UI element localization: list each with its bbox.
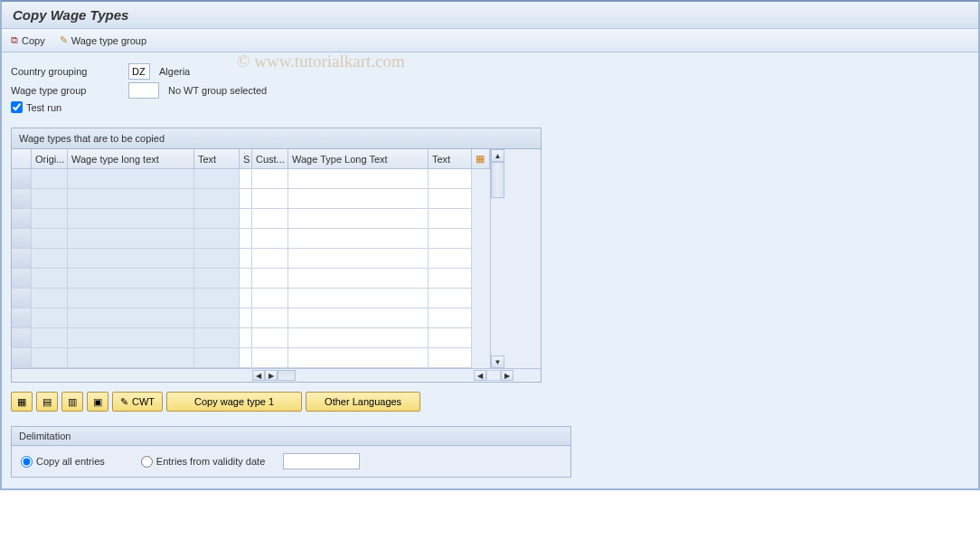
- grid-cell[interactable]: [240, 269, 252, 289]
- grid-column-header[interactable]: Wage Type Long Text: [288, 149, 429, 169]
- country-grouping-input[interactable]: [128, 63, 150, 80]
- scroll-up-icon[interactable]: ▲: [491, 149, 504, 162]
- test-run-checkbox[interactable]: [11, 101, 23, 113]
- scroll-left-icon[interactable]: ◀: [252, 370, 265, 381]
- grid-cell[interactable]: [68, 169, 194, 189]
- scroll-right-icon-2[interactable]: ▶: [501, 370, 514, 381]
- entries-from-date-radio[interactable]: Entries from validity date: [141, 456, 265, 468]
- grid-cell[interactable]: [68, 308, 194, 328]
- grid-row-selector[interactable]: [12, 328, 32, 348]
- grid-cell[interactable]: [240, 328, 252, 348]
- grid-cell[interactable]: [429, 249, 472, 269]
- grid-row-selector[interactable]: [12, 308, 32, 328]
- grid-cell[interactable]: [288, 348, 429, 368]
- grid-column-header[interactable]: Origi...: [32, 149, 68, 169]
- grid-cell[interactable]: [194, 169, 240, 189]
- grid-cell[interactable]: [194, 229, 240, 249]
- grid-cell[interactable]: [288, 289, 429, 308]
- grid-cell[interactable]: [429, 229, 472, 249]
- grid-cell[interactable]: [32, 328, 68, 348]
- copy-wage-type-1-button[interactable]: Copy wage type 1: [166, 392, 302, 412]
- validity-date-input[interactable]: [283, 453, 360, 469]
- grid-cell[interactable]: [68, 249, 194, 269]
- grid-cell[interactable]: [472, 348, 490, 368]
- grid-row-selector[interactable]: [12, 269, 32, 289]
- grid-row-selector[interactable]: [12, 209, 32, 229]
- grid-tool-icon-2[interactable]: ▤: [36, 392, 58, 412]
- grid-cell[interactable]: [194, 348, 240, 368]
- grid-tool-icon-3[interactable]: ▥: [61, 392, 83, 412]
- scroll-down-icon[interactable]: ▼: [491, 355, 504, 368]
- grid-cell[interactable]: [32, 209, 68, 229]
- grid-cell[interactable]: [429, 209, 472, 229]
- grid-cell[interactable]: [32, 249, 68, 269]
- grid-cell[interactable]: [32, 308, 68, 328]
- grid-tool-icon-1[interactable]: ▦: [11, 392, 33, 412]
- grid-cell[interactable]: [68, 328, 194, 348]
- grid-cell[interactable]: [252, 249, 288, 269]
- scroll-right-icon[interactable]: ▶: [265, 370, 278, 381]
- grid-row-selector[interactable]: [12, 229, 32, 249]
- grid-cell[interactable]: [240, 209, 252, 229]
- grid-cell[interactable]: [194, 249, 240, 269]
- grid-cell[interactable]: [32, 289, 68, 308]
- grid-cell[interactable]: [252, 189, 288, 209]
- grid-column-header[interactable]: [12, 149, 32, 169]
- grid-column-header[interactable]: Cust...: [252, 149, 288, 169]
- grid-cell[interactable]: [252, 169, 288, 189]
- grid-cell[interactable]: [194, 189, 240, 209]
- grid-cell[interactable]: [472, 169, 490, 189]
- grid-cell[interactable]: [472, 328, 490, 348]
- grid-cell[interactable]: [429, 308, 472, 328]
- grid-cell[interactable]: [32, 189, 68, 209]
- grid-cell[interactable]: [194, 269, 240, 289]
- grid-cell[interactable]: [472, 269, 490, 289]
- grid-cell[interactable]: [288, 209, 429, 229]
- grid-cell[interactable]: [68, 269, 194, 289]
- grid-cell[interactable]: [252, 229, 288, 249]
- other-languages-button[interactable]: Other Languages: [306, 392, 420, 412]
- grid-cell[interactable]: [32, 348, 68, 368]
- grid-cell[interactable]: [288, 229, 429, 249]
- grid-cell[interactable]: [68, 209, 194, 229]
- grid-settings-icon[interactable]: ▦: [476, 153, 485, 165]
- grid-column-header[interactable]: Text: [194, 149, 240, 169]
- grid-cell[interactable]: [240, 308, 252, 328]
- grid-column-header[interactable]: Text: [429, 149, 472, 169]
- grid-cell[interactable]: [472, 229, 490, 249]
- grid-vertical-scrollbar[interactable]: ▲ ▼: [490, 149, 504, 368]
- grid-tool-icon-4[interactable]: ▣: [87, 392, 108, 412]
- grid-cell[interactable]: [252, 308, 288, 328]
- grid-cell[interactable]: [472, 189, 490, 209]
- grid-cell[interactable]: [194, 328, 240, 348]
- grid-cell[interactable]: [288, 189, 429, 209]
- grid-cell[interactable]: [252, 348, 288, 368]
- grid-cell[interactable]: [429, 328, 472, 348]
- grid-cell[interactable]: [68, 189, 194, 209]
- grid-cell[interactable]: [429, 348, 472, 368]
- grid-column-header[interactable]: ▦: [472, 149, 490, 169]
- grid-cell[interactable]: [240, 169, 252, 189]
- copy-all-entries-radio[interactable]: Copy all entries: [21, 456, 105, 468]
- grid-cell[interactable]: [429, 269, 472, 289]
- grid-cell[interactable]: [32, 169, 68, 189]
- grid-column-header[interactable]: Wage type long text: [68, 149, 194, 169]
- grid-row-selector[interactable]: [12, 169, 32, 189]
- grid-cell[interactable]: [429, 189, 472, 209]
- grid-cell[interactable]: [194, 308, 240, 328]
- scroll-left-icon-2[interactable]: ◀: [474, 370, 486, 381]
- grid-cell[interactable]: [32, 269, 68, 289]
- wage-type-group-input[interactable]: [128, 82, 159, 99]
- grid-cell[interactable]: [68, 229, 194, 249]
- copy-button[interactable]: ⧉ Copy: [11, 34, 45, 46]
- grid-cell[interactable]: [429, 169, 472, 189]
- grid-cell[interactable]: [68, 348, 194, 368]
- grid-cell[interactable]: [288, 308, 429, 328]
- grid-row-selector[interactable]: [12, 348, 32, 368]
- grid-row-selector[interactable]: [12, 289, 32, 308]
- grid-cell[interactable]: [472, 308, 490, 328]
- grid-cell[interactable]: [252, 289, 288, 308]
- grid-cell[interactable]: [252, 209, 288, 229]
- grid-cell[interactable]: [240, 348, 252, 368]
- grid-cell[interactable]: [472, 209, 490, 229]
